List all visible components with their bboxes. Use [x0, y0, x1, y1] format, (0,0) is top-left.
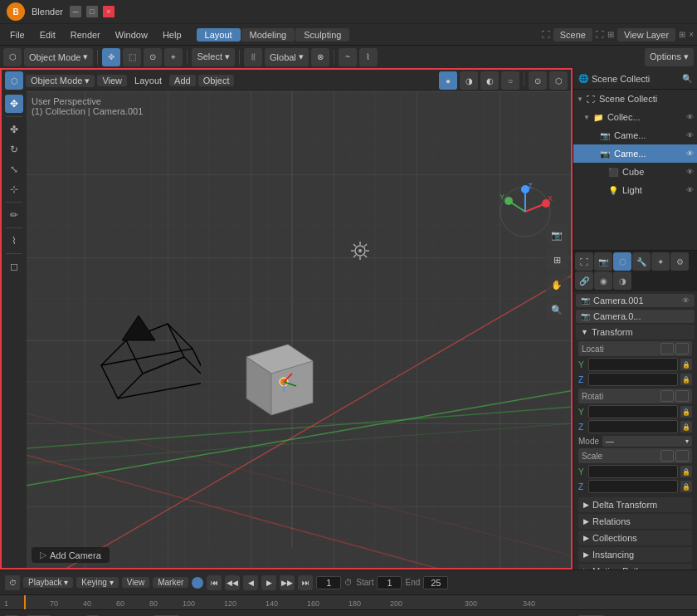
cursor-tool[interactable]: ✥	[102, 48, 120, 66]
menu-edit[interactable]: Edit	[33, 28, 62, 42]
outliner-item-light[interactable]: ▶ 💡 Light 👁	[573, 181, 697, 199]
scale-tool-btn[interactable]: ⤡	[5, 160, 23, 178]
prop-tab-object[interactable]: ⬡	[613, 252, 631, 271]
viewport-shading-solid[interactable]: ●	[439, 71, 457, 90]
keying-menu[interactable]: Keying ▾	[76, 577, 118, 588]
measure-tool-btn[interactable]: ⌇	[5, 232, 23, 250]
auto-keying-toggle[interactable]	[192, 577, 203, 589]
minimize-button[interactable]: ─	[70, 6, 81, 17]
menu-window[interactable]: Window	[109, 28, 154, 42]
transform-tool-btn[interactable]: ⊹	[5, 180, 23, 198]
prev-keyframe-btn[interactable]: ◀◀	[225, 575, 240, 590]
next-frame-btn[interactable]: ▶▶	[280, 575, 295, 590]
viewport-info: User Perspective (1) Collection | Camera…	[32, 96, 143, 116]
mode-field-dropdown[interactable]: — ▾	[602, 436, 692, 447]
curve-icon[interactable]: ⌇	[359, 48, 378, 66]
delta-transform-header[interactable]: ▶ Delta Transform	[578, 497, 692, 512]
outliner-item-scene-collection[interactable]: ▼ ⛶ Scene Collecti	[573, 90, 697, 108]
transform-dropdown[interactable]: Global ▾	[265, 48, 309, 66]
outliner-item-collection[interactable]: ▼ 📁 Collec... 👁	[573, 108, 697, 126]
view-menu-timeline[interactable]: View	[122, 577, 150, 588]
options-dropdown[interactable]: Options ▾	[645, 48, 694, 66]
add-cube-btn[interactable]: ◻	[5, 257, 23, 276]
tab-sculpting[interactable]: Sculpting	[295, 28, 349, 42]
start-frame[interactable]: 1	[377, 576, 402, 589]
tab-layout[interactable]: Layout	[197, 28, 241, 42]
object-mode-icon: ⬡	[5, 71, 23, 90]
prop-tab-data[interactable]: ◉	[594, 271, 612, 290]
3d-viewport[interactable]: X Y Z ✥ ✤ ↻ ⤡ ⊹ ✏ ⌇	[2, 91, 571, 568]
end-frame[interactable]: 25	[423, 576, 448, 589]
viewport-hand-btn[interactable]: ✋	[546, 274, 568, 296]
select-menu[interactable]: Layout	[129, 75, 167, 86]
annotate-icon[interactable]: ~	[339, 48, 357, 66]
outliner-item-camera1[interactable]: ▶ 📷 Came... 👁	[573, 126, 697, 144]
prop-tab-modifier[interactable]: 🔧	[632, 252, 651, 271]
instancing-header[interactable]: ▶ Instancing	[578, 547, 692, 562]
svg-text:120: 120	[224, 599, 236, 608]
timeline-ruler[interactable]: 1 70 40 60 80 100 120 140 160 180 200 30…	[0, 594, 697, 609]
viewport-shading-wire[interactable]: ○	[501, 71, 519, 90]
prop-tab-physics[interactable]: ⚙	[670, 252, 689, 271]
object-name-field[interactable]: 📷 Camera.001 👁	[576, 294, 695, 307]
outliner-item-camera2[interactable]: ▶ 📷 Came... 👁	[573, 144, 697, 163]
rotation-z-row: Z 🔒	[578, 419, 692, 434]
lasso-select-icon[interactable]: ⌖	[164, 48, 183, 66]
add-menu[interactable]: Add	[169, 75, 196, 86]
outliner-filter-btn[interactable]: 🔍	[682, 74, 692, 83]
menu-help[interactable]: Help	[156, 28, 188, 42]
select-dropdown[interactable]: Select ▾	[192, 48, 235, 66]
object-data-field[interactable]: 📷 Camera.0...	[576, 310, 695, 323]
marker-menu[interactable]: Marker	[153, 577, 188, 588]
relations-header[interactable]: ▶ Relations	[578, 514, 692, 529]
cursor-tool-btn[interactable]: ✥	[5, 95, 23, 113]
add-camera-popup: ▷ Add Camera	[32, 547, 110, 563]
svg-text:80: 80	[149, 599, 158, 608]
maximize-button[interactable]: □	[86, 6, 98, 17]
rotate-tool-btn[interactable]: ↻	[5, 140, 23, 159]
proportional-icon[interactable]: ⊗	[311, 48, 329, 66]
play-btn[interactable]: ▶	[261, 575, 276, 590]
move-tool-btn[interactable]: ✤	[5, 120, 23, 139]
tab-modeling[interactable]: Modeling	[241, 28, 295, 42]
current-frame[interactable]: 1	[316, 576, 341, 589]
viewport-camera-btn[interactable]: 📷	[546, 224, 568, 246]
viewport-shading-material[interactable]: ◑	[460, 71, 478, 90]
left-toolbar: ✥ ✤ ↻ ⤡ ⊹ ✏ ⌇ ◻	[2, 91, 27, 568]
viewport-xray[interactable]: ⬡	[549, 71, 568, 90]
transform-header[interactable]: ▼ Transform	[576, 325, 695, 340]
object-menu[interactable]: Object	[198, 75, 235, 86]
timeline-type-icon[interactable]: ⏱	[5, 575, 20, 590]
prop-tab-render[interactable]: 📷	[594, 252, 612, 271]
viewport-overlay[interactable]: ⊙	[529, 71, 547, 90]
jump-start-btn[interactable]: ⏮	[207, 575, 222, 590]
mode-dropdown[interactable]: Object Mode ▾	[24, 48, 93, 66]
menu-render[interactable]: Render	[64, 28, 107, 42]
object-mode-dropdown[interactable]: Object Mode ▾	[26, 75, 95, 87]
prop-tab-material[interactable]: ◑	[613, 271, 631, 290]
box-select-icon[interactable]: ⬚	[123, 48, 141, 66]
statusbar: 1 LMB Select B Box Select MMB Rotate Vie…	[0, 609, 697, 616]
scene-dropdown[interactable]: Scene	[553, 28, 592, 42]
collections-header[interactable]: ▶ Collections	[578, 530, 692, 545]
prop-tab-constraints[interactable]: 🔗	[575, 271, 593, 290]
location-group: Locati Y 🔒 Z 🔒	[576, 341, 695, 387]
close-button[interactable]: ×	[103, 6, 115, 17]
outliner-item-cube[interactable]: ▶ ⬛ Cube 👁	[573, 163, 697, 181]
motion-paths-header[interactable]: ▶ Motion Paths	[578, 564, 692, 570]
prev-frame-btn[interactable]: ◀	[243, 575, 258, 590]
prop-tab-particles[interactable]: ✦	[651, 252, 670, 271]
viewport-zoom-btn[interactable]: 🔍	[546, 299, 568, 320]
playback-menu[interactable]: Playback ▾	[23, 577, 73, 588]
annotate-tool-btn[interactable]: ✏	[5, 206, 23, 224]
window-controls[interactable]: ─ □ ×	[70, 6, 115, 17]
view-layer-dropdown[interactable]: View Layer	[617, 28, 675, 42]
viewport-shading-rendered[interactable]: ◐	[480, 71, 499, 90]
view-menu[interactable]: View	[97, 75, 127, 86]
jump-end-btn[interactable]: ⏭	[298, 575, 313, 590]
viewport-grid-btn[interactable]: ⊞	[546, 249, 568, 271]
snap-icon[interactable]: ⧛	[244, 48, 262, 66]
menu-file[interactable]: File	[3, 28, 32, 42]
circle-select-icon[interactable]: ⊙	[144, 48, 162, 66]
prop-tab-scene[interactable]: ⛶	[575, 252, 593, 271]
